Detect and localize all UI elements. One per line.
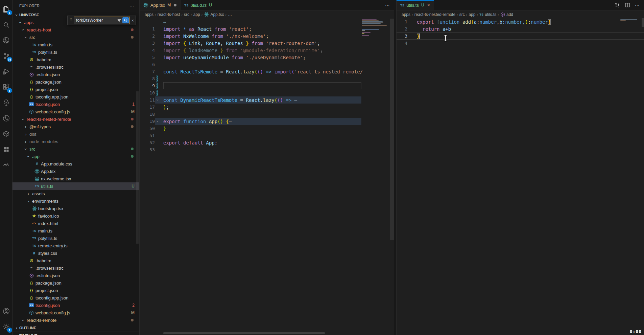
- tab-utils.ts[interactable]: TSutils.tsU×: [397, 0, 434, 10]
- tree-item-tsconfig.app.json[interactable]: {}tsconfig.app.json: [13, 93, 139, 100]
- activity-item-grid[interactable]: [0, 141, 13, 157]
- tree-item-utils.ts[interactable]: TSutils.tsU: [13, 182, 139, 190]
- tree-item-.eslintrc.json[interactable]: .eslintrc.json: [13, 71, 139, 78]
- tree-item-main.ts[interactable]: TSmain.ts: [13, 227, 139, 234]
- code-editor[interactable]: 1export function add(a:number,b:number,)…: [397, 18, 644, 335]
- code-line[interactable]: 7const ReactTsRemote = React.lazy(() => …: [140, 68, 394, 75]
- open-changes-icon[interactable]: [615, 2, 620, 8]
- tree-item-App.tsx[interactable]: App.tsx: [13, 168, 139, 175]
- tree-item-.babelrc[interactable]: B.babelrc: [13, 257, 139, 264]
- activity-item-todo-tree[interactable]: [0, 95, 13, 110]
- tree-item-.browserslistrc[interactable]: ≡.browserslistrc: [13, 63, 139, 71]
- breadcrumb-item-react-ts-host[interactable]: react-ts-host: [158, 12, 180, 17]
- code-line[interactable]: 3import { Link, Route, Routes } from 're…: [140, 40, 394, 47]
- code-line[interactable]: 4: [397, 40, 644, 47]
- breadcrumb-item-utils.ts[interactable]: TSutils.ts: [479, 12, 496, 17]
- breadcrumb-item-src[interactable]: src: [459, 12, 465, 17]
- drag-handle-icon[interactable]: ⠿: [69, 19, 72, 22]
- tree-item-polyfills.ts[interactable]: TSpolyfills.ts: [13, 48, 139, 56]
- tree-find-input[interactable]: forkDtsWorker: [74, 17, 130, 24]
- tree-item-package.json[interactable]: {}package.json: [13, 78, 139, 86]
- breadcrumb-item-App.tsx[interactable]: App.tsx: [204, 12, 224, 17]
- breadcrumb-item-add[interactable]: add: [500, 12, 513, 17]
- breadcrumb-item-apps[interactable]: apps: [402, 12, 410, 17]
- code-line[interactable]: 17);: [140, 104, 394, 111]
- tree-item-project.json[interactable]: {}project.json: [13, 287, 139, 294]
- activity-item-run-debug[interactable]: [0, 64, 13, 79]
- tree-item-.babelrc[interactable]: B.babelrc: [13, 56, 139, 63]
- close-icon[interactable]: ×: [427, 3, 430, 7]
- activity-item-extensions[interactable]: 3: [0, 79, 13, 95]
- editor-group-divider[interactable]: [394, 0, 397, 335]
- code-line[interactable]: 19export function App() {⋯: [140, 118, 394, 125]
- activity-item-nx-console[interactable]: [0, 126, 13, 141]
- tab-App.tsx[interactable]: App.tsxM: [140, 0, 181, 10]
- tree-item-project.json[interactable]: {}project.json: [13, 86, 139, 93]
- activity-item-search[interactable]: [0, 17, 13, 32]
- activity-item-account[interactable]: [0, 303, 13, 319]
- breadcrumb-item-app[interactable]: app: [469, 12, 475, 17]
- tree-item-tsconfig.app.json[interactable]: {}tsconfig.app.json: [13, 294, 139, 302]
- code-line[interactable]: 2import NxWelcome from './nx-welcome';: [140, 32, 394, 40]
- tree-item-package.json[interactable]: {}package.json: [13, 279, 139, 287]
- tree-item-react-ts-host[interactable]: ›react-ts-host: [13, 26, 139, 34]
- tree-item-@mf-types[interactable]: ›@mf-types: [13, 123, 139, 130]
- tree-item-App.module.css[interactable]: #App.module.css: [13, 160, 139, 168]
- filter-icon[interactable]: [116, 17, 122, 23]
- sidebar-more-actions-icon[interactable]: ⋯: [129, 3, 135, 8]
- tree-item-environments[interactable]: ›environments: [13, 197, 139, 205]
- code-line[interactable]: 50}: [140, 125, 394, 132]
- tree-item-dist[interactable]: ›dist: [13, 130, 139, 138]
- split-editor-icon[interactable]: [625, 2, 630, 8]
- code-line[interactable]: 9: [140, 82, 394, 89]
- tree-item-.eslintrc.json[interactable]: .eslintrc.json: [13, 272, 139, 279]
- horizontal-scrollbar[interactable]: [163, 332, 325, 334]
- breadcrumb-item-app[interactable]: app: [193, 12, 200, 17]
- activity-item-explorer[interactable]: 1: [0, 1, 13, 17]
- code-editor[interactable]: ⋯1import * as React from 'react';2import…: [140, 18, 394, 335]
- code-line[interactable]: 53: [140, 146, 394, 153]
- tab-utils.d.ts[interactable]: TSutils.d.tsU: [181, 0, 216, 10]
- tree-item-favicon.ico[interactable]: ★favicon.ico: [13, 212, 139, 220]
- breadcrumb-item-react-ts-nested-remote[interactable]: react-ts-nested-remote: [414, 12, 455, 17]
- activity-item-source-control[interactable]: 38: [0, 48, 13, 64]
- code-line[interactable]: 3}: [397, 32, 644, 40]
- code-line[interactable]: 5import useDynamicModule from './useDyna…: [140, 54, 394, 61]
- code-line[interactable]: 2 return a+b: [397, 25, 644, 32]
- activity-item-console-ninja[interactable]: [0, 157, 13, 173]
- tree-item-bootstrap.tsx[interactable]: bootstrap.tsx: [13, 205, 139, 212]
- tree-item-.browserslistrc[interactable]: ≡.browserslistrc: [13, 264, 139, 272]
- sidebar-scrollbar[interactable]: [136, 91, 139, 244]
- outline-section-header[interactable]: › OUTLINE: [13, 324, 139, 332]
- tree-item-tsconfig.json[interactable]: TStsconfig.json1: [13, 100, 139, 108]
- more-icon[interactable]: ⋯: [635, 2, 640, 8]
- tree-item-nx-welcome.tsx[interactable]: nx-welcome.tsx: [13, 175, 139, 182]
- more-icon[interactable]: ⋯: [385, 2, 390, 8]
- tree-item-src[interactable]: ›src: [13, 34, 139, 41]
- tree-item-app[interactable]: ›app: [13, 153, 139, 160]
- tree-item-src[interactable]: ›src: [13, 145, 139, 153]
- code-line[interactable]: 52export default App;: [140, 139, 394, 146]
- breadcrumb-item-src[interactable]: src: [184, 12, 189, 17]
- code-line[interactable]: 1export function add(a:number,b:number,)…: [397, 18, 644, 25]
- timeline-section-header[interactable]: › TIMELINE: [13, 332, 139, 335]
- activity-item-remote-branch[interactable]: [0, 32, 13, 48]
- tree-item-main.ts[interactable]: TSmain.ts: [13, 41, 139, 48]
- tree-item-styles.css[interactable]: #styles.css: [13, 249, 139, 257]
- tree-item-react-ts-remote[interactable]: ›react-ts-remote: [13, 316, 139, 324]
- tree-item-tsconfig.json[interactable]: TStsconfig.json2: [13, 302, 139, 309]
- tree-item-react-ts-nested-remote[interactable]: ›react-ts-nested-remote: [13, 115, 139, 123]
- code-line[interactable]: 10: [140, 89, 394, 96]
- tree-item-node_modules[interactable]: ›node_modules: [13, 138, 139, 145]
- breadcrumb-item-…[interactable]: …: [228, 12, 232, 17]
- activity-item-settings[interactable]: 1: [0, 319, 13, 334]
- tree-item-webpack.config.js[interactable]: webpack.config.jsM: [13, 309, 139, 316]
- code-line[interactable]: 1import * as React from 'react';: [140, 25, 394, 32]
- fuzzy-search-toggle[interactable]: [122, 17, 129, 23]
- code-line[interactable]: 4import { loadRemote } from '@module-fed…: [140, 47, 394, 54]
- breadcrumb-item-apps[interactable]: apps: [145, 12, 153, 17]
- code-line[interactable]: ⋯: [140, 18, 394, 25]
- tree-item-polyfills.ts[interactable]: TSpolyfills.ts: [13, 234, 139, 242]
- activity-item-git-graph[interactable]: [0, 110, 13, 126]
- tree-item-index.html[interactable]: <>index.html: [13, 220, 139, 227]
